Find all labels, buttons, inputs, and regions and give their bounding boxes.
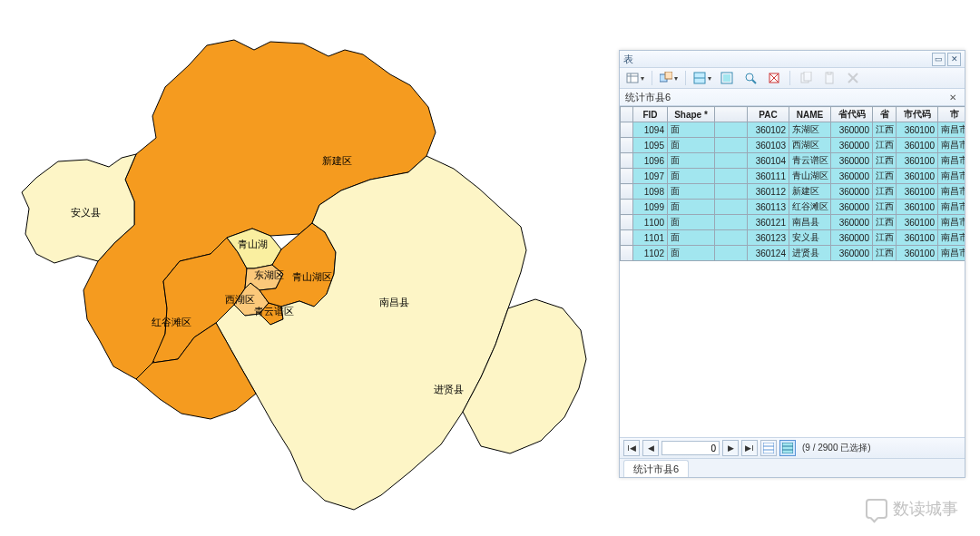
table-row[interactable]: 1097面360111青山湖区360000江西360100南昌市市辖区 <box>621 169 965 184</box>
layer-close-button[interactable]: ✕ <box>946 91 959 103</box>
cell-pac: 360103 <box>748 138 789 153</box>
cell-city: 南昌市 <box>938 138 965 153</box>
panel-pin-button[interactable]: ▭ <box>932 53 946 66</box>
cell-prov: 江西 <box>873 169 897 184</box>
cell-blank <box>715 138 748 153</box>
table-panel: 表 ▭ ✕ ▾ ▾ ▾ <box>619 50 965 478</box>
select-by-attributes-button[interactable]: ▾ <box>691 69 714 87</box>
cell-city: 南昌市 <box>938 169 965 184</box>
panel-tabbar: 统计市县6 <box>620 458 965 477</box>
cell-city-code: 360100 <box>897 122 938 138</box>
row-header[interactable] <box>621 184 633 200</box>
cell-city: 南昌市 <box>938 246 965 261</box>
watermark-text: 数读城事 <box>893 498 958 520</box>
svg-rect-0 <box>627 73 638 83</box>
cell-pac: 360121 <box>748 215 789 230</box>
table-row[interactable]: 1100面360121南昌县360000江西360100南昌市县 <box>621 215 965 230</box>
table-row[interactable]: 1095面360103西湖区360000江西360100南昌市市辖区 <box>621 138 965 153</box>
col-header-city[interactable]: 市 <box>938 107 965 122</box>
row-header[interactable] <box>621 169 633 184</box>
table-row[interactable]: 1101面360123安义县360000江西360100南昌市县 <box>621 230 965 246</box>
svg-line-10 <box>752 80 756 83</box>
col-header-shape[interactable]: Shape * <box>668 107 715 122</box>
row-header[interactable] <box>621 230 633 246</box>
cell-blank <box>715 246 748 261</box>
cell-city-code: 360100 <box>897 215 938 230</box>
cell-shape: 面 <box>668 200 715 215</box>
row-header[interactable] <box>621 122 633 138</box>
cell-shape: 面 <box>668 246 715 261</box>
cell-blank <box>715 184 748 200</box>
cell-prov-code: 360000 <box>831 230 873 246</box>
cell-name: 安义县 <box>789 230 831 246</box>
col-header-city-code[interactable]: 市代码 <box>897 107 938 122</box>
table-row[interactable]: 1096面360104青云谱区360000江西360100南昌市市辖区 <box>621 153 965 169</box>
cell-prov-code: 360000 <box>831 215 873 230</box>
cell-prov: 江西 <box>873 230 897 246</box>
label-qingshanhu-e: 青山湖区 <box>292 270 332 284</box>
table-row[interactable]: 1094面360102东湖区360000江西360100南昌市市辖区 <box>621 122 965 138</box>
cell-pac: 360124 <box>748 246 789 261</box>
attribute-table: FID Shape * PAC NAME 省代码 省 市代码 市 类型 1094… <box>620 106 965 261</box>
nav-first-button[interactable]: I◀ <box>623 440 640 456</box>
row-header[interactable] <box>621 215 633 230</box>
col-header-prov[interactable]: 省 <box>873 107 897 122</box>
cell-city-code: 360100 <box>897 230 938 246</box>
panel-close-button[interactable]: ✕ <box>947 53 961 66</box>
col-header-prov-code[interactable]: 省代码 <box>831 107 873 122</box>
layer-name: 统计市县6 <box>625 91 671 104</box>
map-pane[interactable]: 新建区 安义县 青山湖 东湖区 青山湖区 西湖区 青云谱区 红谷滩区 南昌县 进… <box>0 0 617 536</box>
table-row[interactable]: 1099面360113红谷滩区360000江西360100南昌市市辖区 <box>621 200 965 215</box>
table-options-button[interactable]: ▾ <box>623 69 647 87</box>
label-qingyunpu: 青云谱区 <box>254 305 294 318</box>
cell-prov: 江西 <box>873 122 897 138</box>
panel-titlebar[interactable]: 表 ▭ ✕ <box>620 51 965 68</box>
selection-status: (9 / 2900 已选择) <box>802 442 871 454</box>
show-all-records-toggle[interactable] <box>760 440 777 456</box>
row-header[interactable] <box>621 200 633 215</box>
cell-prov: 江西 <box>873 138 897 153</box>
cell-pac: 360102 <box>748 122 789 138</box>
record-nav-bar: I◀ ◀ ▶ ▶I (9 / 2900 已选择) <box>620 437 965 458</box>
row-header[interactable] <box>621 138 633 153</box>
table-tab[interactable]: 统计市县6 <box>623 460 689 477</box>
cell-fid: 1102 <box>633 246 668 261</box>
table-row[interactable]: 1098面360112新建区360000江西360100南昌市市辖区 <box>621 184 965 200</box>
cell-prov-code: 360000 <box>831 246 873 261</box>
col-header-name[interactable]: NAME <box>789 107 831 122</box>
cell-shape: 面 <box>668 215 715 230</box>
row-select-all[interactable] <box>621 107 633 122</box>
cell-prov-code: 360000 <box>831 138 873 153</box>
row-header[interactable] <box>621 153 633 169</box>
cell-shape: 面 <box>668 230 715 246</box>
cell-fid: 1101 <box>633 230 668 246</box>
cell-name: 西湖区 <box>789 138 831 153</box>
related-tables-button[interactable]: ▾ <box>657 69 681 87</box>
clear-selection-button[interactable] <box>763 69 785 87</box>
col-header-blank[interactable] <box>715 107 748 122</box>
col-header-pac[interactable]: PAC <box>748 107 789 122</box>
cell-prov: 江西 <box>873 200 897 215</box>
cell-fid: 1094 <box>633 122 668 138</box>
cell-name: 红谷滩区 <box>789 200 831 215</box>
panel-title: 表 <box>623 53 633 66</box>
table-row[interactable]: 1102面360124进贤县360000江西360100南昌市县 <box>621 246 965 261</box>
nav-position-input[interactable] <box>662 441 720 455</box>
cell-fid: 1097 <box>633 169 668 184</box>
cell-fid: 1096 <box>633 153 668 169</box>
nav-last-button[interactable]: ▶I <box>741 440 758 456</box>
label-anyi: 安义县 <box>71 206 101 219</box>
nav-next-button[interactable]: ▶ <box>722 440 739 456</box>
cell-city-code: 360100 <box>897 246 938 261</box>
show-selected-records-toggle[interactable] <box>779 440 796 456</box>
label-donghu: 东湖区 <box>254 268 284 282</box>
col-header-fid[interactable]: FID <box>633 107 668 122</box>
switch-selection-button[interactable] <box>716 69 738 87</box>
cell-shape: 面 <box>668 138 715 153</box>
nav-prev-button[interactable]: ◀ <box>642 440 659 456</box>
grid-scroll-area[interactable]: FID Shape * PAC NAME 省代码 省 市代码 市 类型 1094… <box>620 106 965 437</box>
cell-city: 南昌市 <box>938 200 965 215</box>
cell-prov: 江西 <box>873 153 897 169</box>
zoom-to-selected-button[interactable] <box>740 69 761 87</box>
row-header[interactable] <box>621 246 633 261</box>
